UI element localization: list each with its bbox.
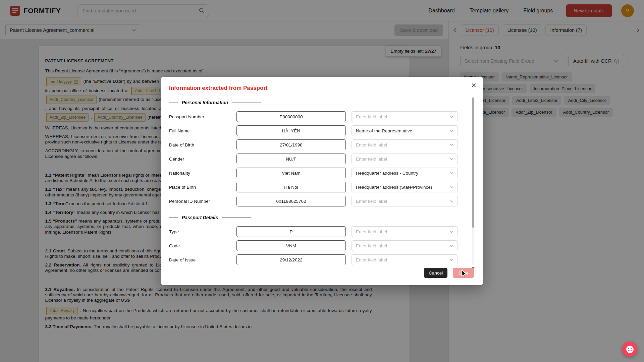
extracted-value-full-name[interactable]: [236, 125, 346, 136]
section-heading-personal-information: Personal Information: [169, 100, 483, 105]
extracted-label-code: Code: [169, 243, 231, 248]
chat-button[interactable]: [622, 342, 637, 357]
field-label-select-personal-id-number[interactable]: Enter field label: [352, 196, 458, 206]
modal-scrollbar[interactable]: [472, 97, 474, 265]
extracted-value-nationality[interactable]: [236, 168, 346, 178]
field-label-select-type[interactable]: Enter field label: [352, 226, 458, 237]
extracted-row-date-of-issue: Date of IssueEnter field label: [169, 254, 483, 265]
extracted-row-passport-number: Passport NumberEnter field label: [169, 111, 483, 122]
save-button[interactable]: Save: [453, 268, 474, 278]
field-label-select-code[interactable]: Enter field label: [352, 240, 458, 251]
extracted-row-date-of-birth: Date of BirthEnter field label: [169, 139, 483, 150]
extracted-label-gender: Gender: [169, 157, 231, 162]
modal-title: Information extracted from Passport: [169, 85, 483, 92]
extracted-label-full-name: Full Name: [169, 128, 231, 133]
smiley-icon: [626, 345, 634, 354]
chevron-down-icon: [450, 144, 453, 146]
chevron-down-icon: [450, 259, 453, 261]
chevron-down-icon: [450, 231, 453, 233]
field-label-select-date-of-issue[interactable]: Enter field label: [352, 254, 458, 265]
extracted-row-full-name: Full NameName of the Representative: [169, 125, 483, 136]
extracted-value-code[interactable]: [236, 240, 346, 251]
extracted-label-date-of-issue: Date of Issue: [169, 257, 231, 262]
field-label-select-date-of-birth[interactable]: Enter field label: [352, 139, 458, 150]
extracted-value-date-of-issue[interactable]: [236, 254, 346, 265]
extracted-value-passport-number[interactable]: [236, 111, 346, 122]
extracted-value-type[interactable]: [236, 226, 346, 237]
section-heading-passport-details: Passport Details: [169, 215, 483, 220]
extracted-row-place-of-birth: Place of BirthHeadquarter address (State…: [169, 182, 483, 192]
extracted-row-type: TypeEnter field label: [169, 226, 483, 237]
modal-body: Personal InformationPassport NumberEnter…: [169, 100, 483, 265]
extracted-row-gender: GenderEnter field label: [169, 154, 483, 164]
extracted-row-personal-id-number: Personal ID NumberEnter field label: [169, 196, 483, 206]
cancel-button[interactable]: Cancel: [424, 268, 447, 278]
extracted-label-place-of-birth: Place of Birth: [169, 185, 231, 190]
extracted-value-personal-id-number[interactable]: [236, 196, 346, 206]
chevron-down-icon: [450, 245, 453, 247]
extracted-label-personal-id-number: Personal ID Number: [169, 199, 231, 204]
chevron-down-icon: [450, 130, 453, 132]
extracted-value-gender[interactable]: [236, 154, 346, 164]
chevron-down-icon: [450, 172, 453, 174]
chevron-down-icon: [450, 158, 453, 160]
field-label-select-full-name[interactable]: Name of the Representative: [352, 125, 458, 136]
close-icon[interactable]: ×: [471, 81, 476, 89]
extracted-label-passport-number: Passport Number: [169, 114, 231, 119]
chevron-down-icon: [450, 200, 453, 202]
passport-extraction-modal: Information extracted from Passport × Pe…: [161, 77, 483, 285]
modal-scrollbar-thumb[interactable]: [472, 98, 474, 228]
extracted-value-date-of-birth[interactable]: [236, 139, 346, 150]
chevron-down-icon: [450, 186, 453, 188]
extracted-row-nationality: NationalityHeadquarter address - Country: [169, 168, 483, 178]
field-label-select-nationality[interactable]: Headquarter address - Country: [352, 168, 458, 178]
field-label-select-passport-number[interactable]: Enter field label: [352, 111, 458, 122]
extracted-label-date-of-birth: Date of Birth: [169, 142, 231, 147]
field-label-select-gender[interactable]: Enter field label: [352, 154, 458, 164]
extracted-label-type: Type: [169, 229, 231, 234]
modal-footer: Cancel Save: [424, 268, 474, 278]
chevron-down-icon: [450, 116, 453, 118]
extracted-row-code: CodeEnter field label: [169, 240, 483, 251]
extracted-value-place-of-birth[interactable]: [236, 182, 346, 192]
extracted-label-nationality: Nationality: [169, 171, 231, 176]
field-label-select-place-of-birth[interactable]: Headquarter address (State/Province): [352, 182, 458, 192]
